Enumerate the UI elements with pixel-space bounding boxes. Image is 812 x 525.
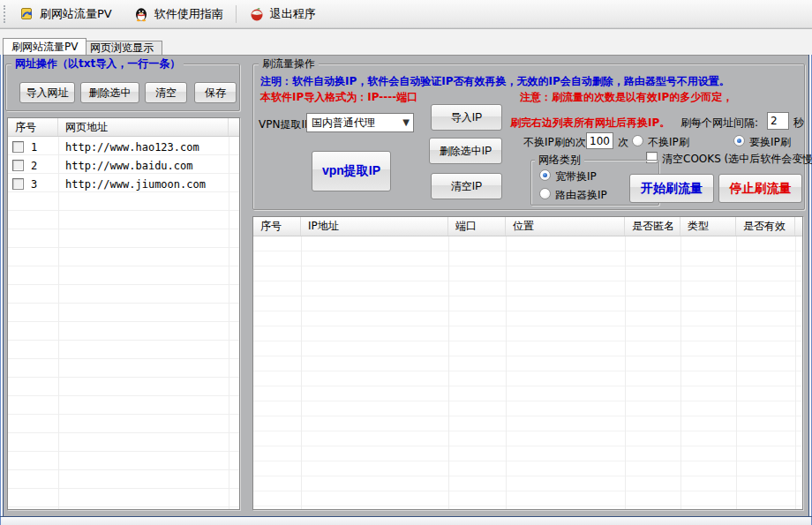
radio-change-ip[interactable] xyxy=(733,135,745,146)
radio-broadband[interactable] xyxy=(539,169,551,181)
url-row-2[interactable]: 2 http://www.baidu.com xyxy=(8,156,239,175)
menu-exit-label: 退出程序 xyxy=(270,6,316,22)
vpn-proxy-select[interactable]: 国内普通代理 ▼ xyxy=(306,113,414,132)
url-row-3-url: http://www.jiumoon.com xyxy=(65,178,206,191)
delete-selected-urls-button[interactable]: 删除选中 xyxy=(80,82,139,103)
radio-router[interactable] xyxy=(539,188,551,199)
tab-browser-view[interactable]: 网页浏览显示 xyxy=(81,41,162,55)
refresh-page-icon xyxy=(19,6,34,22)
window-right-edge xyxy=(808,55,812,525)
url-row-2-no: 2 xyxy=(31,160,37,172)
toolbar-gripper[interactable] xyxy=(4,5,6,23)
interval-unit: 秒 xyxy=(793,116,804,131)
toolbar: 刷网站流量PV 软件使用指南 退出程序 xyxy=(0,0,812,28)
url-table: 序号 网页地址 1 http://www.hao123.com 2 http:/… xyxy=(7,117,240,510)
clear-urls-button[interactable]: 清空 xyxy=(145,82,187,103)
radio-change-ip-label[interactable]: 要换IP刷 xyxy=(749,135,791,150)
status-bar xyxy=(1,517,811,525)
vpn-extract-ip-button[interactable]: vpn提取IP xyxy=(312,151,391,191)
url-row-2-url: http://www.baidu.com xyxy=(65,160,193,172)
interval-label: 刷每个网址间隔: xyxy=(680,116,758,131)
chevron-down-icon[interactable]: ▼ xyxy=(402,117,410,127)
url-row-1-checkbox[interactable] xyxy=(12,141,24,153)
window-left-edge xyxy=(0,55,4,525)
start-traffic-button[interactable]: 开始刷流量 xyxy=(629,174,714,203)
url-row-1-url: http://www.hao123.com xyxy=(65,141,199,154)
ip-col-valid[interactable]: 是否有效 xyxy=(736,217,795,236)
ip-col-no[interactable]: 序号 xyxy=(253,217,301,236)
tab-strip: 刷网站流量PV 网页浏览显示 xyxy=(0,29,812,55)
penguin-icon xyxy=(133,6,149,22)
url-col-no[interactable]: 序号 xyxy=(8,118,58,136)
radio-router-label[interactable]: 路由器换IP xyxy=(555,188,607,203)
menu-refresh-pv[interactable]: 刷网站流量PV xyxy=(11,3,119,26)
url-row-1[interactable]: 1 http://www.hao123.com xyxy=(8,138,239,156)
url-group-title: 网址操作（以txt导入，一行一条） xyxy=(11,57,184,70)
times-input[interactable] xyxy=(586,132,613,149)
exit-ball-icon xyxy=(249,6,265,22)
delete-selected-ip-button[interactable]: 删除选中IP xyxy=(429,138,502,164)
ip-col-anonymous[interactable]: 是否匿名 xyxy=(625,217,680,236)
tab-refresh-pv-label: 刷网站流量PV xyxy=(11,40,78,55)
url-col-address[interactable]: 网页地址 xyxy=(58,118,229,136)
import-urls-button[interactable]: 导入网址 xyxy=(19,82,75,103)
stop-traffic-button[interactable]: 停止刷流量 xyxy=(718,174,802,203)
vpn-proxy-selected-value: 国内普通代理 xyxy=(312,116,375,131)
import-ip-button[interactable]: 导入IP xyxy=(431,104,502,131)
ip-col-type[interactable]: 类型 xyxy=(680,217,736,236)
clear-cookies-label[interactable]: 清空COOKS (选中后软件会变慢) xyxy=(662,152,812,167)
url-row-3-no: 3 xyxy=(31,178,37,191)
clear-ip-button[interactable]: 清空IP xyxy=(431,173,502,199)
toolbar-separator xyxy=(236,5,237,23)
traffic-group-title: 刷流量操作 xyxy=(259,57,319,70)
menu-exit[interactable]: 退出程序 xyxy=(242,3,323,26)
radio-broadband-label[interactable]: 宽带换IP xyxy=(555,169,597,184)
url-row-3-checkbox[interactable] xyxy=(12,178,24,190)
note-auto-ip: 注明：软件自动换IP，软件会自动验证IP否有效再换，无效的IP会自动删除，路由器… xyxy=(260,74,730,89)
url-row-2-checkbox[interactable] xyxy=(12,160,24,171)
ip-col-location[interactable]: 位置 xyxy=(506,217,625,236)
tab-refresh-pv[interactable]: 刷网站流量PV xyxy=(3,38,86,55)
url-col-filler xyxy=(229,118,239,136)
times-unit: 次 xyxy=(618,135,628,150)
note-import-format: 本软件IP导入格式为：IP----端口 xyxy=(260,90,417,105)
url-row-1-no: 1 xyxy=(31,141,37,154)
tab-browser-view-label: 网页浏览显示 xyxy=(90,41,154,56)
menu-refresh-pv-label: 刷网站流量PV xyxy=(40,6,112,22)
note-times-depend: 注意：刷流量的次数是以有效IP的多少而定， xyxy=(520,90,733,105)
url-operations-group: 网址操作（以txt导入，一行一条） 导入网址 删除选中 清空 保存 xyxy=(5,64,240,111)
save-urls-button[interactable]: 保存 xyxy=(194,82,237,103)
network-type-title: 网络类别 xyxy=(535,154,584,166)
url-table-header: 序号 网页地址 xyxy=(8,118,239,137)
url-row-3[interactable]: 3 http://www.jiumoon.com xyxy=(8,175,239,193)
radio-no-change-ip[interactable] xyxy=(632,135,643,146)
ip-col-address[interactable]: IP地址 xyxy=(301,217,448,236)
traffic-operations-group: 刷流量操作 注明：软件自动换IP，软件会自动验证IP否有效再换，无效的IP会自动… xyxy=(252,64,805,210)
ip-col-filler xyxy=(795,217,802,236)
interval-input[interactable] xyxy=(767,112,789,130)
note-switch-after: 刷完右边列表所有网址后再换IP。 xyxy=(510,116,670,131)
ip-col-port[interactable]: 端口 xyxy=(448,217,506,236)
radio-no-change-ip-label[interactable]: 不换IP刷 xyxy=(648,135,689,150)
vpn-extract-label: VPN提取IP xyxy=(259,117,311,132)
ip-table: 序号 IP地址 端口 位置 是否匿名 类型 是否有效 xyxy=(252,216,803,510)
menu-guide-label: 软件使用指南 xyxy=(154,6,223,22)
ip-table-grid xyxy=(253,236,802,509)
ip-table-header: 序号 IP地址 端口 位置 是否匿名 类型 是否有效 xyxy=(253,217,802,236)
menu-guide[interactable]: 软件使用指南 xyxy=(126,3,230,26)
